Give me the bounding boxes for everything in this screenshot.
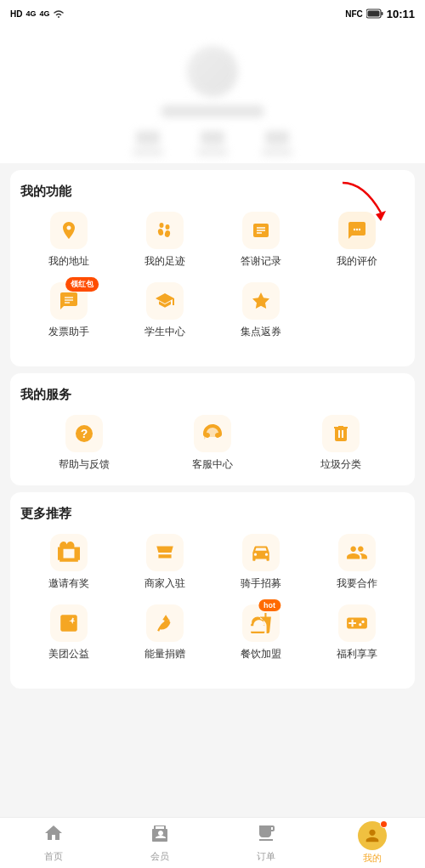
reviews-icon <box>338 212 376 249</box>
func-item-address[interactable]: 我的地址 <box>20 212 116 269</box>
more-item-invite[interactable]: 邀请有奖 <box>20 534 116 591</box>
invite-label: 邀请有奖 <box>48 576 89 591</box>
battery-icon <box>366 9 383 19</box>
func-item-points[interactable]: 集点返券 <box>212 282 309 339</box>
more-grid: 邀请有奖 商家入驻 骑手招募 <box>20 534 405 675</box>
orders-nav-label: 订单 <box>257 850 275 863</box>
svg-point-7 <box>164 230 171 237</box>
rider-label: 骑手招募 <box>241 576 281 591</box>
svg-point-5 <box>165 224 169 230</box>
hd-label: HD <box>10 9 22 19</box>
rider-icon <box>242 534 280 571</box>
bottom-navigation: 首页 会员 订单 我的 <box>0 817 425 868</box>
welfare-label: 福利享享 <box>337 647 377 661</box>
more-title: 更多推荐 <box>20 506 405 522</box>
food-badge: hot <box>258 599 280 611</box>
status-left: HD 4G 4G <box>10 9 65 19</box>
address-label: 我的地址 <box>48 254 89 269</box>
svg-rect-2 <box>367 11 379 17</box>
svg-point-6 <box>157 228 164 235</box>
nav-orders[interactable]: 订单 <box>212 820 319 866</box>
signal-4g2: 4G <box>39 9 49 18</box>
signal-4g1: 4G <box>26 9 36 18</box>
home-nav-label: 首页 <box>44 850 63 863</box>
more-suggestions-card: 更多推荐 邀请有奖 商家入驻 <box>10 492 415 689</box>
profile-section <box>0 27 425 163</box>
trash-icon <box>322 415 360 452</box>
student-label: 学生中心 <box>144 325 185 339</box>
member-nav-label: 会员 <box>150 850 169 863</box>
wifi-icon <box>53 9 65 19</box>
cooperate-label: 我要合作 <box>337 576 377 591</box>
address-icon <box>50 212 88 249</box>
invoice-badge: 领红包 <box>65 277 99 292</box>
nav-home[interactable]: 首页 <box>0 820 106 866</box>
svg-point-12 <box>353 229 354 230</box>
orders-nav-icon <box>256 823 276 848</box>
svg-rect-1 <box>381 12 382 15</box>
more-item-energy[interactable]: 能量捐赠 <box>116 604 212 661</box>
func-grid: 我的地址 我的足迹 答谢记录 <box>20 212 405 353</box>
func-placeholder <box>309 282 405 339</box>
more-item-charity[interactable]: 美团公益 <box>20 604 116 661</box>
more-item-welfare[interactable]: 福利享享 <box>309 604 405 661</box>
service-item-trash[interactable]: 垃圾分类 <box>276 415 405 472</box>
services-grid: ? 帮助与反馈 客服中心 垃圾分类 <box>20 415 405 472</box>
func-item-student[interactable]: 学生中心 <box>116 282 212 339</box>
points-label: 集点返券 <box>241 325 281 339</box>
more-item-food[interactable]: hot 餐饮加盟 <box>212 604 309 661</box>
more-item-rider[interactable]: 骑手招募 <box>212 534 309 591</box>
student-icon <box>146 282 184 320</box>
help-label: 帮助与反馈 <box>59 457 110 472</box>
energy-icon <box>146 604 184 642</box>
food-label: 餐饮加盟 <box>241 647 281 661</box>
merchant-icon <box>146 534 184 571</box>
member-nav-icon <box>150 823 170 848</box>
charity-label: 美团公益 <box>48 647 89 661</box>
svg-point-13 <box>355 229 357 230</box>
invite-icon <box>50 534 88 571</box>
status-bar: HD 4G 4G NFC 10:11 <box>0 0 425 27</box>
svg-point-14 <box>358 229 360 230</box>
nav-member[interactable]: 会员 <box>106 820 212 866</box>
charity-icon <box>50 604 88 642</box>
svg-point-4 <box>159 223 163 228</box>
service-item-help[interactable]: ? 帮助与反馈 <box>20 415 149 472</box>
points-icon <box>242 282 280 320</box>
my-services-card: 我的服务 ? 帮助与反馈 客服中心 <box>10 373 415 485</box>
nav-mine[interactable]: 我的 <box>319 818 425 868</box>
trash-label: 垃圾分类 <box>320 457 361 472</box>
answers-icon <box>242 212 280 249</box>
footprint-icon <box>146 212 184 249</box>
nfc-icon: NFC <box>345 9 363 19</box>
customer-label: 客服中心 <box>192 457 233 472</box>
more-item-cooperate[interactable]: 我要合作 <box>309 534 405 591</box>
merchant-label: 商家入驻 <box>144 576 185 591</box>
mine-avatar <box>358 821 387 850</box>
mine-nav-label: 我的 <box>363 852 382 865</box>
help-icon: ? <box>65 415 103 452</box>
energy-label: 能量捐赠 <box>144 647 185 661</box>
cooperate-icon <box>338 534 376 571</box>
more-item-merchant[interactable]: 商家入驻 <box>116 534 212 591</box>
invoice-label: 发票助手 <box>48 325 89 339</box>
service-item-customer[interactable]: 客服中心 <box>149 415 277 472</box>
time: 10:11 <box>387 8 415 20</box>
my-services-title: 我的服务 <box>20 387 405 403</box>
func-item-invoice[interactable]: 领红包 发票助手 <box>20 282 116 339</box>
my-functions-card: 我的功能 我的地址 我的足迹 <box>10 170 415 366</box>
mine-badge <box>380 820 388 828</box>
reviews-label: 我的评价 <box>337 254 377 269</box>
customer-icon <box>194 415 231 452</box>
status-right: NFC 10:11 <box>345 8 415 20</box>
func-item-reviews[interactable]: 我的评价 <box>309 212 405 269</box>
svg-text:?: ? <box>81 427 88 440</box>
svg-marker-18 <box>252 292 269 309</box>
answers-label: 答谢记录 <box>241 254 281 269</box>
welfare-icon <box>338 604 376 642</box>
func-item-answers[interactable]: 答谢记录 <box>212 212 309 269</box>
func-item-footprint[interactable]: 我的足迹 <box>116 212 212 269</box>
footprint-label: 我的足迹 <box>144 254 185 269</box>
home-nav-icon <box>43 823 64 848</box>
